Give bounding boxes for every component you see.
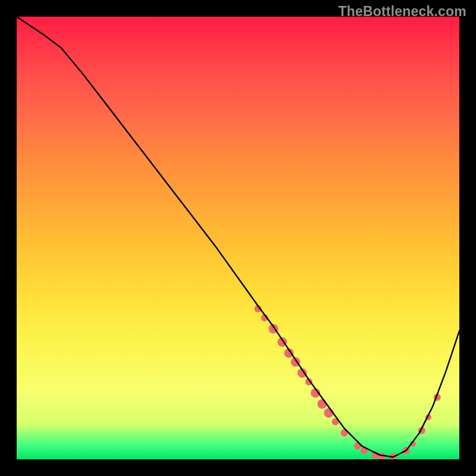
chart-container: TheBottleneck.com xyxy=(0,0,476,476)
data-marker xyxy=(324,408,334,418)
plot-svg xyxy=(17,17,459,459)
bottleneck-curve xyxy=(17,17,459,457)
data-marker xyxy=(317,399,327,409)
marker-layer xyxy=(255,305,441,459)
